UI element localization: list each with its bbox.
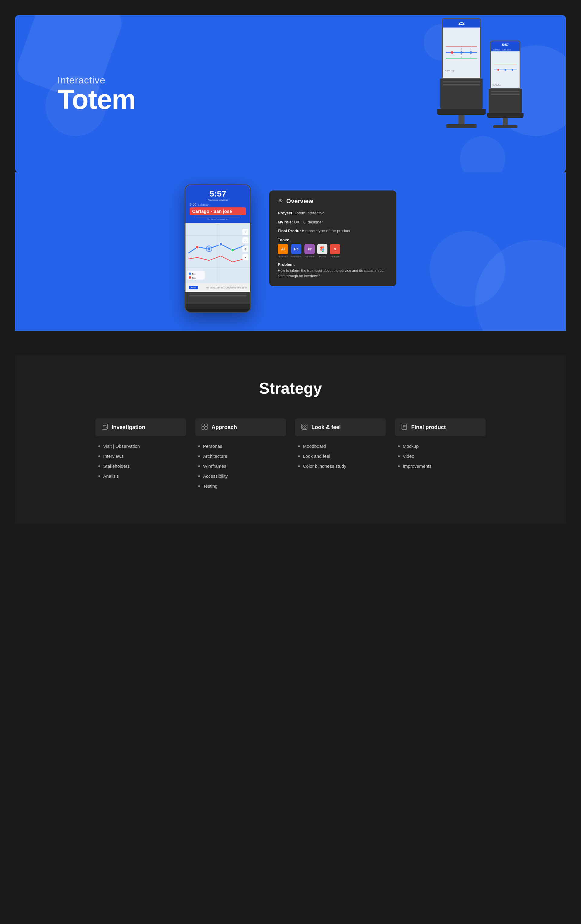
tool-protopie: ♥ Protopie [330,244,340,259]
svg-point-18 [219,243,222,246]
bullet-fp3 [398,465,400,467]
map-svg-large: Route Map [443,28,480,78]
strategy-column-approach: Approach Personas Architecture Wireframe… [195,419,286,493]
strategy-section: Strategy Investigation Visit | Obs [15,355,566,524]
tool-figma-badge [317,244,328,254]
totem-device-large: 2:2 Route Map [442,18,481,128]
phone-screen: 5:57 Próximos servicios 6:00 a tiempo Ca… [185,185,250,292]
tool-photoshop: Ps Photoshop [290,244,302,259]
phone-next-service: 6:00 a tiempo [190,203,246,206]
phone-icon-zoom-in[interactable]: + [242,229,248,235]
svg-rect-30 [102,424,108,429]
svg-text:Bus: Bus [192,277,195,279]
bullet-2 [98,455,100,457]
overview-problem-text: How to inform the train user about the s… [278,268,388,279]
investigation-item-2: Interviews [98,454,186,459]
svg-point-11 [498,69,499,71]
phone-icon-zoom-out[interactable]: - [242,238,248,243]
approach-item-2-text: Architecture [203,454,227,459]
investigation-item-4-text: Analisis [103,474,119,478]
overview-role-label: My role: [278,220,293,224]
phone-foot-bottom [185,309,250,312]
svg-rect-40 [303,427,304,429]
totem-body-small [489,89,522,113]
svg-point-3 [451,51,453,54]
map-svg-small: Bus The Bus [491,51,520,88]
totem-device-small: 5:57 Cartago - San josé Bus The Bus [490,41,520,128]
strategy-grid: Investigation Visit | Observation Interv… [15,419,566,493]
middle-bg-shape-2 [430,231,505,307]
final-product-item-2-text: Video [403,454,414,459]
bullet-a2 [198,455,200,457]
svg-rect-35 [202,427,204,429]
phone-logo: MOPT [189,286,198,289]
approach-item-4-text: Accessibility [203,474,228,478]
approach-item-5-text: Testing [203,483,218,488]
tools-container: Ai Illustrator Ps Photoshop Pr Premiere [278,244,388,259]
investigation-label: Investigation [112,424,145,431]
phone-icon-layers[interactable]: ≡ [242,254,248,260]
phone-service-label: Próximos servicios [190,199,246,201]
svg-point-24 [208,248,210,250]
approach-items: Personas Architecture Wireframes Accessi… [195,444,286,488]
phone-map-svg: Tren Bus [185,223,250,283]
overview-role-row: My role: UX | UI designer [278,219,388,225]
overview-header: 👁 Overview [278,198,388,205]
final-product-label: Final product [411,424,446,431]
strategy-column-final-product: Final product Mockup Video Improvements [395,419,486,493]
look-feel-item-2-text: Look and feel [303,454,330,459]
bullet-fp1 [398,446,400,447]
look-feel-icon [301,423,308,431]
totem-stand-small [503,118,508,125]
investigation-item-1: Visit | Observation [98,444,186,449]
svg-point-26 [189,272,191,275]
approach-item-1: Personas [198,444,286,449]
approach-item-3: Wireframes [198,464,286,469]
tool-ai-badge: Ai [278,244,288,254]
totem-base-large [437,109,486,115]
phone-stand-bottom [185,304,250,309]
phone-route: Cartago - San josé [190,208,246,215]
svg-point-16 [196,246,199,249]
phone-time: 5:57 [190,189,246,199]
phone-vent-line-3 [189,297,247,297]
strategy-column-look-feel: Look & feel Moodboard Look and feel Colo… [295,419,386,493]
strategy-header-investigation: Investigation [95,419,186,436]
phone-map-area: Tren Bus + - ◎ ≡ [185,223,250,283]
svg-point-12 [505,69,506,71]
bullet-lf2 [298,455,300,457]
tool-figma-label: Figma [319,255,326,259]
investigation-item-3: Stakeholders [98,464,186,469]
bullet-fp2 [398,455,400,457]
tool-premiere: Pr Premiere [305,244,315,259]
tool-illustrator: Ai Illustrator [278,244,288,259]
approach-icon [201,423,208,431]
totem-ventilation-small [489,89,522,97]
bullet-lf1 [298,446,300,447]
approach-item-1-text: Personas [203,444,222,449]
strategy-header-approach: Approach [195,419,286,436]
totem-screen-header-large: 2:2 [443,19,480,28]
approach-item-5: Testing [198,483,286,488]
hero-title-block: Interactive Totem [58,75,136,113]
phone-icon-location[interactable]: ◎ [242,246,248,252]
totem-stand-large [459,115,465,124]
look-feel-item-3: Color blindness study [298,464,386,469]
approach-item-2: Architecture [198,454,286,459]
svg-text:Route Map: Route Map [445,69,455,72]
phone-screen-header: 5:57 Próximos servicios 6:00 a tiempo Ca… [185,185,250,223]
final-product-item-2: Video [398,454,486,459]
svg-rect-34 [205,424,207,426]
final-product-item-1-text: Mockup [403,444,419,449]
middle-section: 5:57 Próximos servicios 6:00 a tiempo Ca… [15,172,566,331]
svg-point-13 [512,69,513,71]
bullet-a4 [198,475,200,477]
totem-map-small: Bus The Bus [491,51,520,89]
bg-shape-4 [460,136,505,172]
tool-pr-badge: Pr [305,244,315,254]
bullet-3 [98,465,100,467]
bottom-spacer [0,524,581,584]
bullet-4 [98,475,100,477]
totem-body-large [440,79,483,109]
tool-ps-badge: Ps [291,244,301,254]
